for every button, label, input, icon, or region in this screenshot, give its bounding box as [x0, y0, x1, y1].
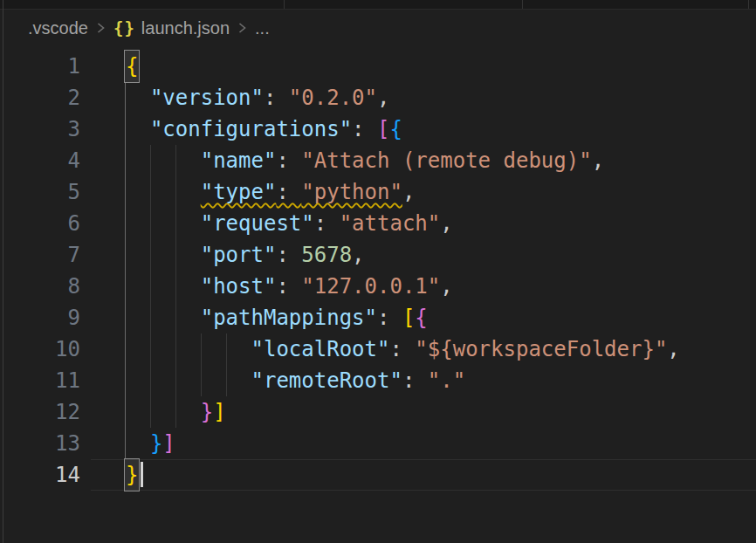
- line-number[interactable]: 8: [0, 271, 80, 302]
- token-bracket2: ]: [162, 431, 175, 456]
- token-ws: [125, 211, 201, 236]
- token-punct: :: [402, 368, 428, 393]
- editor[interactable]: 1234567891011121314 { "version": "0.2.0"…: [0, 10, 756, 543]
- token-punct: :: [264, 86, 289, 110]
- token-punct: ,: [440, 211, 452, 236]
- token-ws: [125, 274, 201, 299]
- token-punct: :: [352, 117, 377, 141]
- line-number[interactable]: 1: [0, 51, 80, 82]
- line-number-gutter[interactable]: 1234567891011121314: [0, 51, 80, 491]
- token-string: "127.0.0.1": [301, 274, 440, 299]
- line-number[interactable]: 10: [0, 333, 80, 365]
- token-punct: :: [377, 306, 402, 330]
- code-line-4[interactable]: "name": "Attach (remote debug)",: [125, 145, 756, 176]
- token-punct: ,: [440, 274, 452, 299]
- code-line-10[interactable]: "localRoot": "${workspaceFolder}",: [125, 333, 756, 365]
- token-key: "host": [201, 274, 277, 299]
- code-line-11[interactable]: "remoteRoot": ".": [125, 365, 756, 396]
- token-string: "python": [301, 180, 402, 204]
- token-bracket1-bracket-match: {: [125, 51, 139, 82]
- code-line-3[interactable]: "configurations": [{: [125, 113, 756, 145]
- code-line-2[interactable]: "version": "0.2.0",: [125, 82, 756, 113]
- code-line-6[interactable]: "request": "attach",: [125, 208, 756, 239]
- token-punct: ,: [667, 337, 679, 361]
- text-cursor: [141, 462, 143, 487]
- token-bracket1: ]: [213, 400, 225, 424]
- token-key: "name": [201, 148, 277, 173]
- token-string: "0.2.0": [289, 86, 377, 110]
- token-string: ".": [428, 368, 465, 393]
- token-key: "type": [201, 180, 277, 204]
- token-key: "pathMappings": [201, 306, 377, 330]
- line-number[interactable]: 13: [0, 428, 80, 459]
- line-number[interactable]: 7: [0, 239, 80, 271]
- token-string: "${workspaceFolder}": [415, 337, 667, 361]
- token-punct: ,: [352, 243, 364, 267]
- token-bracket2: }: [201, 400, 213, 424]
- token-key: "localRoot": [251, 337, 390, 361]
- line-number[interactable]: 11: [0, 365, 80, 396]
- token-punct: :: [276, 274, 301, 299]
- tab-separator: [522, 0, 523, 9]
- token-key: "version": [150, 86, 264, 110]
- token-bracket2: [: [377, 117, 389, 141]
- code-line-7[interactable]: "port": 5678,: [125, 239, 756, 271]
- line-number[interactable]: 5: [0, 176, 80, 208]
- token-ws: [125, 368, 251, 393]
- token-punct: ,: [592, 148, 604, 173]
- token-number: 5678: [301, 243, 352, 267]
- code-line-13[interactable]: }]: [125, 428, 756, 459]
- token-ws: [125, 431, 150, 456]
- code-line-12[interactable]: }]: [125, 396, 756, 428]
- token-bracket2: {: [415, 306, 427, 330]
- code-area[interactable]: { "version": "0.2.0", "configurations": …: [125, 51, 756, 491]
- code-line-8[interactable]: "host": "127.0.0.1",: [125, 271, 756, 302]
- line-number[interactable]: 3: [0, 113, 80, 145]
- token-bracket1-bracket-match: }: [125, 459, 139, 491]
- tab-separator: [748, 0, 749, 9]
- tab-bar: [0, 0, 756, 10]
- token-punct: :: [314, 211, 340, 236]
- token-key: "port": [201, 243, 277, 267]
- token-ws: [125, 337, 251, 361]
- token-ws: [125, 148, 201, 173]
- token-punct: :: [276, 148, 301, 173]
- token-bracket3: }: [150, 431, 162, 456]
- token-bracket3: {: [389, 117, 402, 141]
- code-line-9[interactable]: "pathMappings": [{: [125, 302, 756, 333]
- token-ws: [125, 86, 150, 110]
- token-string: "attach": [340, 211, 441, 236]
- token-ws: [125, 400, 201, 424]
- token-punct: :: [389, 337, 415, 361]
- token-key: "remoteRoot": [251, 368, 402, 393]
- token-ws: [125, 243, 201, 267]
- code-line-1[interactable]: {: [125, 51, 756, 82]
- vscode-editor-window: .vscode{}launch.json... 1234567891011121…: [0, 0, 756, 543]
- line-number[interactable]: 6: [0, 208, 80, 239]
- code-line-5[interactable]: "type": "python",: [125, 176, 756, 208]
- token-ws: [125, 180, 201, 204]
- code-line-14[interactable]: }: [125, 459, 756, 491]
- token-bracket1: [: [402, 306, 415, 330]
- token-punct: ,: [377, 86, 389, 110]
- token-ws: [125, 306, 201, 330]
- token-punct: :: [276, 243, 301, 267]
- token-punct: ,: [402, 180, 415, 204]
- tab-separator: [284, 0, 285, 9]
- token-key: "request": [201, 211, 314, 236]
- token-key: "configurations": [150, 117, 352, 141]
- line-number[interactable]: 9: [0, 302, 80, 333]
- line-number[interactable]: 14: [0, 459, 80, 491]
- token-punct: :: [276, 180, 301, 204]
- line-number[interactable]: 12: [0, 396, 80, 428]
- line-number[interactable]: 2: [0, 82, 80, 113]
- token-ws: [125, 117, 150, 141]
- token-string: "Attach (remote debug)": [301, 148, 591, 173]
- line-number[interactable]: 4: [0, 145, 80, 176]
